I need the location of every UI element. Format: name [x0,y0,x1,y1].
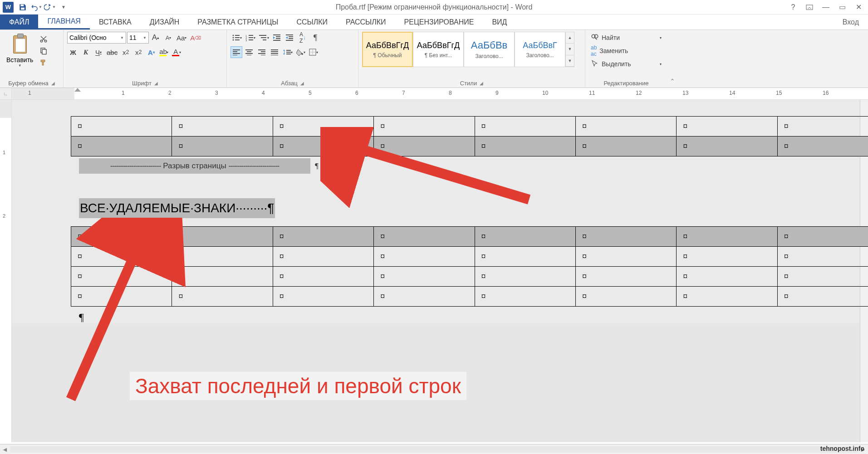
line-spacing-button[interactable]: ▾ [281,46,294,58]
indent-marker[interactable] [74,88,81,94]
tab-review[interactable]: РЕЦЕНЗИРОВАНИЕ [395,15,483,29]
style-heading2[interactable]: АаБбВвГ Заголово... [515,32,565,67]
collapse-ribbon-button[interactable]: ⌃ [670,78,675,85]
find-button[interactable]: Найти▾ [589,33,663,43]
quick-access-toolbar: ▼ ▼ ▼ [16,1,70,14]
paragraph-dialog-launcher[interactable]: ◢ [300,81,304,86]
save-button[interactable] [16,1,29,14]
align-center-button[interactable] [243,46,255,58]
window-controls: ? — ▭ ✕ [786,1,868,14]
help-button[interactable]: ? [786,1,800,14]
grow-font-button[interactable]: A▴ [150,32,162,44]
svg-rect-39 [261,51,265,52]
align-right-button[interactable] [256,46,268,58]
superscript-button[interactable]: x2 [132,46,144,58]
styles-dialog-launcher[interactable]: ◢ [480,81,483,86]
italic-button[interactable]: К [80,46,92,58]
style-heading1[interactable]: АаБбВв Заголово... [464,32,515,67]
font-dialog-launcher[interactable]: ◢ [154,81,158,86]
replace-button[interactable]: abac Заменить [589,44,663,58]
show-marks-button[interactable]: ¶ [309,32,321,44]
table-row: ¤ ¤ ¤ ¤ ¤ ¤ ¤ ¤ [71,137,868,156]
underline-button[interactable]: Ч▾ [93,46,104,58]
tab-file[interactable]: ФАЙЛ [0,15,38,29]
subscript-button[interactable]: x2 [120,46,132,58]
style-normal[interactable]: АаБбВвГгД ¶ Обычный [362,32,413,67]
styles-scroll-down[interactable]: ▼ [566,44,574,55]
highlight-button[interactable]: ab▾ [158,46,170,58]
window-title: Проба.rtf [Режим ограниченной функционал… [336,3,533,11]
text-effects-button[interactable]: A▾ [145,46,157,58]
title-bar: W ▼ ▼ ▼ Проба.rtf [Режим ограниченной фу… [0,0,868,15]
vertical-ruler[interactable]: 12 [0,100,12,442]
tab-layout[interactable]: РАЗМЕТКА СТРАНИЦЫ [188,15,287,29]
hscroll-left[interactable]: ◄ [0,446,10,453]
outdent-icon [273,34,281,41]
doc-table-bottom: ¤ ¤ ¤ ¤ ¤ ¤ ¤ ¤ ¤ ¤ ¤ ¤ ¤ ¤ ¤ ¤ ¤ ¤ [71,226,868,307]
qat-customize-button[interactable]: ▼ [57,1,70,14]
hscroll-track[interactable] [10,446,858,453]
bold-button[interactable]: Ж [67,46,79,58]
svg-rect-43 [271,51,278,52]
numbering-button[interactable]: 123▾ [244,32,257,44]
change-case-button[interactable]: Aa▾ [175,32,188,44]
watermark: tehnopost.info [820,445,864,452]
minimize-button[interactable]: — [819,1,833,14]
clear-formatting-button[interactable]: A⌫ [189,32,202,44]
clipboard-dialog-launcher[interactable]: ◢ [51,81,55,86]
increase-indent-button[interactable] [284,32,296,44]
sign-in-link[interactable]: Вход [834,15,868,29]
shrink-font-button[interactable]: A▾ [162,32,174,44]
shading-button[interactable]: ▾ [295,46,307,58]
document-area: 12 ¤ ¤ ¤ ¤ ¤ ¤ ¤ ¤ ¤ ¤ ¤ ¤ ¤ ¤ ¤ [0,100,868,442]
undo-button[interactable]: ▼ [30,1,43,14]
svg-rect-32 [233,53,240,54]
format-painter-button[interactable] [38,57,49,68]
annotation-caption: Захват последней и первой строк [130,372,466,400]
tab-design[interactable]: ДИЗАЙН [141,15,189,29]
tab-insert[interactable]: ВСТАВКА [90,15,141,29]
horizontal-scrollbar[interactable]: ◄ ► [0,444,868,454]
font-size-selector[interactable]: 11▼ [127,32,149,44]
svg-rect-36 [245,53,253,54]
svg-rect-19 [259,35,266,36]
copy-button[interactable] [38,45,49,56]
group-clipboard-label: Буфер обмена [8,80,48,87]
ruler-tick: 2 [168,90,172,96]
ribbon-display-icon [806,4,813,11]
tab-view[interactable]: ВИД [483,15,516,29]
close-button[interactable]: ✕ [852,1,865,14]
ribbon-options-button[interactable] [803,1,816,14]
ruler-tick: 8 [449,90,452,96]
borders-button[interactable]: ▾ [308,46,319,58]
select-button[interactable]: Выделить▾ [589,59,663,69]
ruler-tick: 12 [636,90,642,96]
align-left-button[interactable] [230,46,242,58]
tab-mailings[interactable]: РАССЫЛКИ [337,15,395,29]
tab-home[interactable]: ГЛАВНАЯ [38,15,89,29]
align-justify-button[interactable] [269,46,280,58]
style-no-spacing[interactable]: АаБбВвГгД ¶ Без инт... [413,32,464,67]
horizontal-ruler[interactable]: 11234567891011121314151617 [12,88,868,99]
decrease-indent-button[interactable] [271,32,283,44]
cut-button[interactable] [38,34,49,44]
multilevel-button[interactable]: ▾ [258,32,270,44]
svg-rect-34 [245,49,253,50]
font-color-button[interactable]: A▾ [171,46,182,58]
font-name-selector[interactable]: Calibri (Осно▼ [67,32,126,44]
tab-references[interactable]: ССЫЛКИ [287,15,337,29]
styles-expand[interactable]: ▼ [566,55,574,67]
redo-button[interactable]: ▼ [44,1,56,14]
strikethrough-button[interactable]: abc [105,46,119,58]
sort-button[interactable]: AZ↓ [297,32,309,44]
maximize-button[interactable]: ▭ [835,1,849,14]
paste-button[interactable]: Вставить ▼ [4,32,36,68]
styles-scroll-up[interactable]: ▲ [566,32,574,44]
page[interactable]: ¤ ¤ ¤ ¤ ¤ ¤ ¤ ¤ ¤ ¤ ¤ ¤ ¤ ¤ ¤ ¤ ----- [12,100,860,323]
paste-icon [10,33,29,56]
align-center-icon [245,49,253,55]
page-break-indicator: ------------------------ Разрыв страницы… [79,158,310,174]
group-editing-label: Редактирование [603,80,648,87]
svg-rect-49 [286,54,291,54]
bullets-button[interactable]: ▾ [230,32,243,44]
